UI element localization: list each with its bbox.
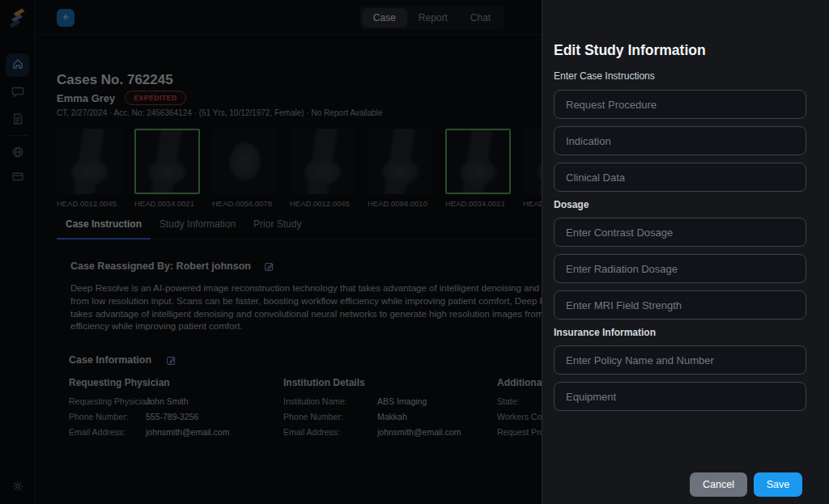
drawer-actions: Cancel Save: [690, 472, 802, 497]
edit-study-drawer: Edit Study Information Enter Case Instru…: [542, 0, 829, 504]
insurance-section-label: Insurance Information: [554, 327, 806, 338]
modal-scrim[interactable]: [0, 0, 542, 504]
contrast-dosage-input[interactable]: [554, 218, 806, 247]
equipment-input[interactable]: [554, 382, 806, 411]
clinical-data-input[interactable]: [554, 163, 806, 192]
case-instructions-label: Enter Case Instructions: [554, 70, 806, 82]
policy-name-number-input[interactable]: [554, 345, 806, 375]
save-button[interactable]: Save: [754, 472, 802, 497]
drawer-title: Edit Study Information: [554, 42, 806, 59]
request-procedure-input[interactable]: [554, 90, 806, 119]
mri-field-strength-input[interactable]: [554, 290, 806, 320]
dosage-section-label: Dosage: [554, 199, 806, 210]
app-window: Case Report Chat Cases No. 762245 Emma G…: [0, 0, 829, 504]
radiation-dosage-input[interactable]: [554, 254, 806, 283]
indication-input[interactable]: [554, 126, 806, 155]
cancel-button[interactable]: Cancel: [690, 472, 747, 497]
